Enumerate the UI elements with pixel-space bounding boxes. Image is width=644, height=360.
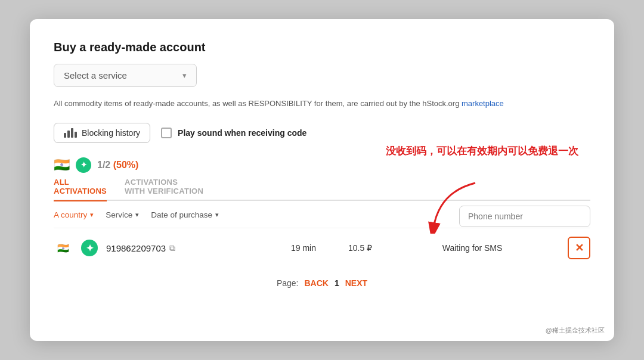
row-time: 19 min (277, 243, 330, 253)
chatgpt-row-icon: ✦ (81, 240, 98, 256)
service-filter-label: Service (106, 210, 132, 219)
annotation-text: 没收到码，可以在有效期内可以免费退一次 (386, 144, 578, 159)
phone-number-text: 919862209703 (106, 243, 166, 253)
table-row: 🇮🇳 ✦ 919862209703 ⧉ 19 min 10.5 ₽ Waitin… (54, 228, 590, 268)
marketplace-link[interactable]: marketplace (462, 99, 504, 108)
select-service-label: Select a service (64, 70, 127, 80)
service-chevron-icon: ▾ (135, 211, 139, 219)
country-filter-button[interactable]: A country ▾ (54, 210, 94, 219)
chevron-down-icon: ▾ (182, 71, 187, 80)
row-price: 10.5 ₽ (336, 243, 384, 253)
back-page-button[interactable]: BACK (305, 278, 329, 288)
current-page: 1 (335, 278, 339, 288)
row-flag: 🇮🇳 (54, 243, 73, 254)
date-filter-button[interactable]: Date of purchase ▾ (151, 210, 219, 219)
annotation-overlay: 没收到码，可以在有效期内可以免费退一次 (386, 144, 578, 159)
date-filter-label: Date of purchase (151, 210, 212, 219)
pagination: Page: BACK 1 NEXT (54, 278, 590, 288)
page-title: Buy a ready-made account (54, 41, 590, 54)
bar-chart-icon (64, 128, 77, 138)
tab-activations-with-verification[interactable]: ACTIVATIONSWITH VERIFICATION (125, 178, 203, 201)
chatgpt-service-icon: ✦ (76, 157, 91, 173)
sound-toggle-label: Play sound when receiving code (178, 128, 306, 138)
date-chevron-icon: ▾ (215, 211, 219, 219)
cancel-button[interactable]: ✕ (568, 237, 590, 259)
disclaimer-text: All commodity items of ready-made accoun… (54, 98, 590, 110)
toolbar: Blocking history Play sound when receivi… (54, 123, 590, 143)
select-service-dropdown[interactable]: Select a service ▾ (54, 64, 197, 87)
blocking-history-label: Blocking history (82, 128, 140, 138)
next-page-button[interactable]: NEXT (345, 278, 367, 288)
service-filter-button[interactable]: Service ▾ (106, 210, 139, 219)
row-service-icon: ✦ (79, 240, 100, 256)
tabs-row: ALLACTIVATIONS ACTIVATIONSWITH VERIFICAT… (54, 178, 590, 201)
filters-row: A country ▾ Service ▾ Date of purchase ▾ (54, 210, 590, 219)
page-label: Page: (277, 278, 299, 288)
india-flag-icon: 🇮🇳 (54, 159, 70, 172)
phone-number-input[interactable] (459, 206, 590, 227)
row-status: Waiting for SMS (390, 243, 555, 253)
country-filter-label: A country (54, 210, 87, 219)
row-action: ✕ (561, 237, 590, 259)
sound-checkbox[interactable] (161, 128, 172, 138)
stats-count: 1/2 (50%) (97, 160, 138, 170)
watermark: @稀土掘金技术社区 (546, 326, 605, 335)
copy-icon[interactable]: ⧉ (169, 243, 175, 253)
blocking-history-button[interactable]: Blocking history (54, 123, 150, 143)
country-chevron-icon: ▾ (90, 211, 94, 219)
main-window: Buy a ready-made account Select a servic… (30, 19, 614, 341)
row-phone: 919862209703 ⧉ (106, 243, 271, 253)
india-flag-row-icon: 🇮🇳 (57, 243, 69, 254)
stats-row: 🇮🇳 ✦ 1/2 (50%) (54, 157, 590, 173)
sound-toggle: Play sound when receiving code (161, 128, 306, 138)
tab-all-activations[interactable]: ALLACTIVATIONS (54, 178, 107, 201)
